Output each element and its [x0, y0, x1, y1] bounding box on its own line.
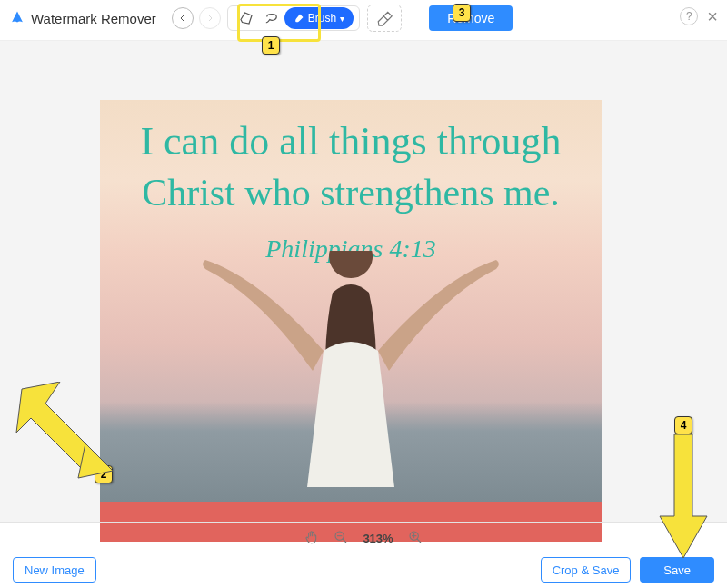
help-icon[interactable]: ?: [680, 7, 698, 25]
svg-line-6: [417, 539, 421, 543]
crop-and-save-button[interactable]: Crop & Save: [541, 557, 632, 583]
top-bar: Watermark Remover Brush ▾ Remove: [0, 0, 727, 36]
brush-label: Brush: [308, 12, 336, 25]
zoom-out-icon[interactable]: [334, 530, 348, 547]
lasso-tool-icon[interactable]: [262, 8, 282, 28]
app-logo-icon: [9, 10, 25, 26]
image-text-line2: Christ who strengthens me.: [100, 171, 602, 214]
remove-button[interactable]: Remove: [429, 5, 513, 31]
save-button[interactable]: Save: [640, 557, 714, 583]
eraser-icon: [376, 10, 393, 26]
hand-icon[interactable]: [304, 530, 319, 547]
undo-button[interactable]: [171, 6, 194, 30]
image-person: [187, 251, 514, 505]
eraser-tool-button[interactable]: [367, 5, 402, 32]
redo-icon: [199, 7, 221, 29]
footer-bar: New Image Crop & Save Save: [0, 552, 727, 588]
polygon-tool-icon[interactable]: [236, 8, 256, 28]
edited-image[interactable]: I can do all things through Christ who s…: [100, 100, 602, 542]
canvas-separator: [0, 522, 727, 523]
window-controls: ? ×: [680, 7, 718, 25]
brush-tool-button[interactable]: Brush ▾: [284, 7, 354, 29]
zoom-in-icon[interactable]: [408, 530, 423, 547]
close-icon[interactable]: ×: [707, 8, 718, 25]
callout-2: 2: [95, 465, 113, 483]
callout-4: 4: [674, 416, 692, 434]
selection-tools-group: Brush ▾: [227, 5, 360, 31]
svg-line-2: [343, 539, 346, 543]
app-title: Watermark Remover: [31, 11, 156, 26]
canvas-area[interactable]: I can do all things through Christ who s…: [0, 41, 727, 523]
redo-button[interactable]: [198, 6, 222, 30]
undo-icon: [172, 7, 194, 29]
callout-1: 1: [262, 36, 280, 55]
callout-3: 3: [453, 4, 471, 22]
image-text-line1: I can do all things through: [100, 118, 602, 164]
new-image-button[interactable]: New Image: [13, 557, 96, 583]
zoom-level: 313%: [363, 532, 393, 545]
status-bar: 313%: [0, 524, 727, 552]
chevron-down-icon: ▾: [340, 14, 344, 24]
brush-icon: [294, 13, 304, 24]
